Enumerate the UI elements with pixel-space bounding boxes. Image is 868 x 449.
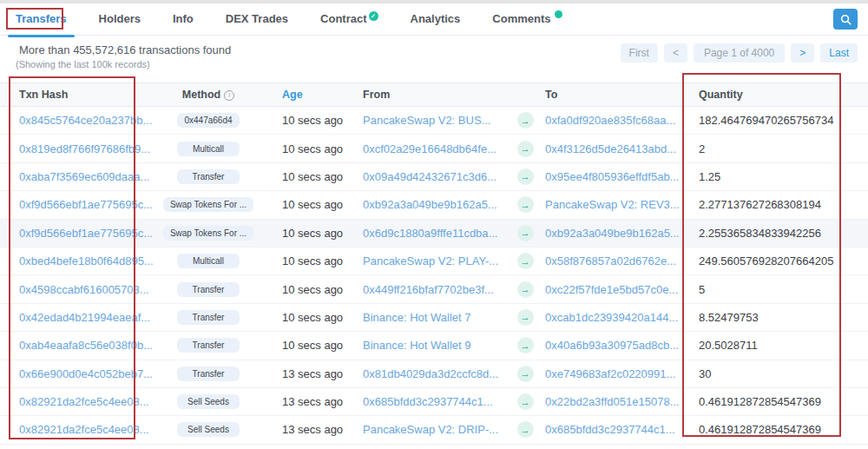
table-row: 0x82921da2fce5c4ee08... Sell Seeds 13 se…: [0, 416, 868, 444]
age-cell: 10 secs ago: [256, 198, 360, 211]
txn-hash-link[interactable]: 0x4598ccabf616005703...: [0, 283, 161, 296]
method-badge[interactable]: Transfer: [177, 282, 240, 297]
quantity-cell: 5: [686, 283, 868, 296]
to-address-link[interactable]: 0x58f876857a02d6762e...: [542, 254, 686, 267]
method-cell: Swap Tokens For ...: [161, 226, 256, 241]
search-icon: [840, 14, 852, 25]
age-cell: 10 secs ago: [256, 339, 360, 352]
age-cell: 10 secs ago: [256, 254, 360, 267]
method-badge[interactable]: Multicall: [177, 254, 240, 268]
from-address-link[interactable]: 0x6d9c1880a9fffe11cdba...: [360, 227, 508, 240]
from-address-link[interactable]: 0xcf02a29e16648db64fe...: [360, 142, 508, 155]
method-badge[interactable]: Transfer: [177, 310, 240, 325]
header-age[interactable]: Age: [256, 89, 360, 101]
to-address-link[interactable]: 0xb92a3a049be9b162a5...: [542, 227, 686, 240]
method-badge[interactable]: Transfer: [177, 338, 240, 353]
txn-hash-link[interactable]: 0xab4eaafa8c56e038f0b...: [0, 339, 161, 352]
transactions-count-text: More than 455,572,616 transactions found: [19, 43, 231, 56]
pagination-last-button[interactable]: Last: [820, 43, 858, 63]
to-address-link[interactable]: 0x40a6b93a30975ad8cb...: [542, 339, 686, 352]
method-info-icon[interactable]: i: [224, 90, 234, 101]
method-cell: Swap Tokens For ...: [161, 197, 256, 212]
method-badge[interactable]: 0x447a66d4: [177, 113, 240, 128]
transfer-arrow-icon: →: [517, 141, 534, 157]
from-address-link[interactable]: 0x685bfdd3c2937744c1...: [360, 395, 508, 408]
from-address-link[interactable]: PancakeSwap V2: DRIP-...: [360, 423, 508, 436]
age-cell: 10 secs ago: [256, 311, 360, 324]
tab-transfers-label: Transfers: [16, 12, 67, 25]
age-cell: 10 secs ago: [256, 170, 360, 183]
to-address-link[interactable]: 0xc22f57fde1e5bd57c0e...: [542, 283, 686, 296]
method-cell: Transfer: [161, 282, 256, 297]
method-badge[interactable]: Sell Seeds: [177, 422, 240, 437]
txn-hash-link[interactable]: 0x845c5764ce20a237bb...: [0, 114, 161, 127]
tab-dex-trades[interactable]: DEX Trades: [226, 3, 288, 36]
method-badge[interactable]: Swap Tokens For ...: [163, 226, 253, 241]
from-address-link[interactable]: 0xb92a3a049be9b162a5...: [360, 198, 508, 211]
header-method-label: Method: [182, 89, 220, 101]
transfer-arrow-icon: →: [517, 393, 534, 410]
to-address-link[interactable]: 0x4f3126d5de26413abd...: [542, 142, 686, 155]
from-address-link[interactable]: 0x09a49d42432671c3d6...: [360, 170, 508, 183]
tab-analytics[interactable]: Analytics: [411, 3, 461, 36]
search-button[interactable]: [833, 9, 858, 30]
tab-comments-label: Comments: [492, 13, 550, 26]
method-badge[interactable]: Sell Seeds: [177, 394, 240, 409]
to-address-link[interactable]: PancakeSwap V2: REV3...: [542, 198, 686, 211]
method-badge[interactable]: Multicall: [177, 142, 240, 156]
transfer-arrow-icon: →: [517, 196, 534, 213]
pagination-next-button[interactable]: >: [791, 43, 814, 63]
table-row: 0xaba7f3569ec609daaa... Transfer 10 secs…: [0, 163, 868, 191]
tab-contract[interactable]: Contract✓: [320, 3, 378, 36]
txn-hash-link[interactable]: 0x819ed8f766f97686fb9...: [0, 142, 161, 155]
pagination-first-button[interactable]: First: [621, 43, 658, 63]
tab-holders[interactable]: Holders: [99, 3, 141, 36]
txn-hash-link[interactable]: 0xf9d566ebf1ae775695c...: [0, 198, 161, 211]
age-cell: 13 secs ago: [256, 395, 360, 408]
quantity-cell: 182.464769470265756734: [686, 114, 868, 127]
from-address-link[interactable]: Binance: Hot Wallet 9: [360, 339, 508, 352]
quantity-cell: 249.560576928207664205: [686, 254, 868, 267]
quantity-cell: 0.461912872854547369: [686, 395, 868, 408]
tab-contract-label: Contract: [320, 12, 366, 25]
tab-info[interactable]: Info: [173, 3, 194, 36]
txn-hash-link[interactable]: 0x82921da2fce5c4ee08...: [0, 395, 161, 408]
transfer-arrow-icon: →: [517, 281, 534, 298]
header-txn-hash: Txn Hash: [0, 89, 161, 101]
method-badge[interactable]: Transfer: [177, 366, 240, 381]
tab-info-label: Info: [173, 12, 194, 25]
pagination-prev-button[interactable]: <: [664, 43, 687, 63]
to-address-link[interactable]: 0x685bfdd3c2937744c1...: [542, 423, 686, 436]
from-address-link[interactable]: Binance: Hot Wallet 7: [360, 311, 508, 324]
arrow-cell: →: [508, 309, 542, 326]
quantity-cell: 8.52479753: [686, 311, 868, 324]
pagination: First < Page 1 of 4000 > Last: [621, 43, 858, 63]
tab-dex-trades-label: DEX Trades: [226, 12, 288, 25]
to-address-link[interactable]: 0x95ee4f805936effdf5ab...: [542, 170, 686, 183]
txn-hash-link[interactable]: 0xbed4befe18b0f64d895...: [0, 254, 161, 267]
method-cell: Sell Seeds: [161, 422, 256, 437]
transfer-arrow-icon: →: [517, 337, 534, 353]
to-address-link[interactable]: 0xcab1dc23939420a144...: [542, 311, 686, 324]
quantity-cell: 20.5028711: [686, 339, 868, 352]
from-address-link[interactable]: 0x81db4029da3d2ccfc8d...: [360, 367, 508, 380]
arrow-cell: →: [508, 168, 542, 185]
tab-comments[interactable]: Comments: [492, 2, 562, 36]
txn-hash-link[interactable]: 0x82921da2fce5c4ee08...: [0, 423, 161, 436]
txn-hash-link[interactable]: 0x66e900d0e4c052beb7...: [0, 367, 161, 380]
method-badge[interactable]: Swap Tokens For ...: [163, 197, 253, 212]
txn-hash-link[interactable]: 0xf9d566ebf1ae775695c...: [0, 227, 161, 240]
tab-transfers[interactable]: Transfers: [16, 3, 67, 36]
from-address-link[interactable]: PancakeSwap V2: BUS...: [360, 114, 508, 127]
age-cell: 10 secs ago: [256, 142, 360, 155]
to-address-link[interactable]: 0xe749683af2c0220991...: [542, 367, 686, 380]
txn-hash-link[interactable]: 0xaba7f3569ec609daaa...: [0, 170, 161, 183]
from-address-link[interactable]: 0x449ff216bfaf7702be3f...: [360, 283, 508, 296]
method-badge[interactable]: Transfer: [177, 169, 240, 184]
table-row: 0x819ed8f766f97686fb9... Multicall 10 se…: [0, 135, 868, 162]
txn-hash-link[interactable]: 0x42edad4b21994eaeaf...: [0, 311, 161, 324]
table-row: 0x42edad4b21994eaeaf... Transfer 10 secs…: [0, 304, 868, 332]
to-address-link[interactable]: 0xfa0df920ae835fc68aa...: [542, 114, 686, 127]
to-address-link[interactable]: 0x22bd2a3ffd051e15078...: [542, 395, 686, 408]
from-address-link[interactable]: PancakeSwap V2: PLAY-...: [360, 254, 508, 267]
